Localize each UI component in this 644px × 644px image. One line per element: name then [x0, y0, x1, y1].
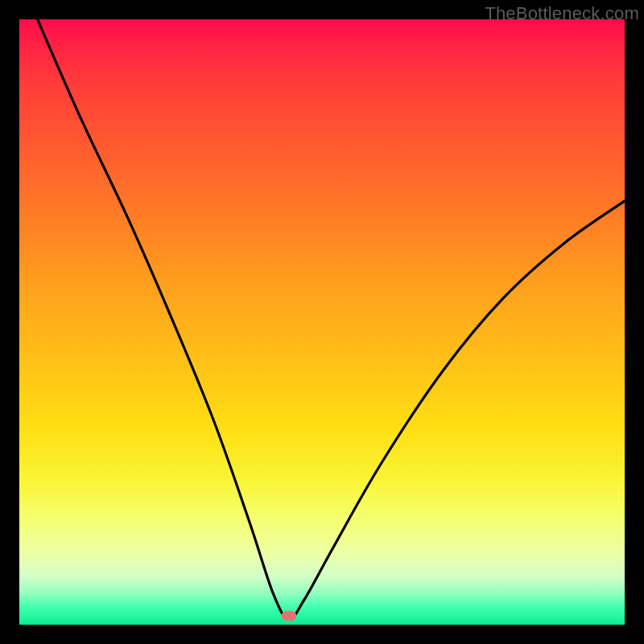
plot-area	[19, 19, 625, 625]
minimum-marker	[282, 611, 296, 621]
watermark-text: TheBottleneck.com	[485, 3, 639, 24]
gradient-background	[19, 19, 625, 625]
